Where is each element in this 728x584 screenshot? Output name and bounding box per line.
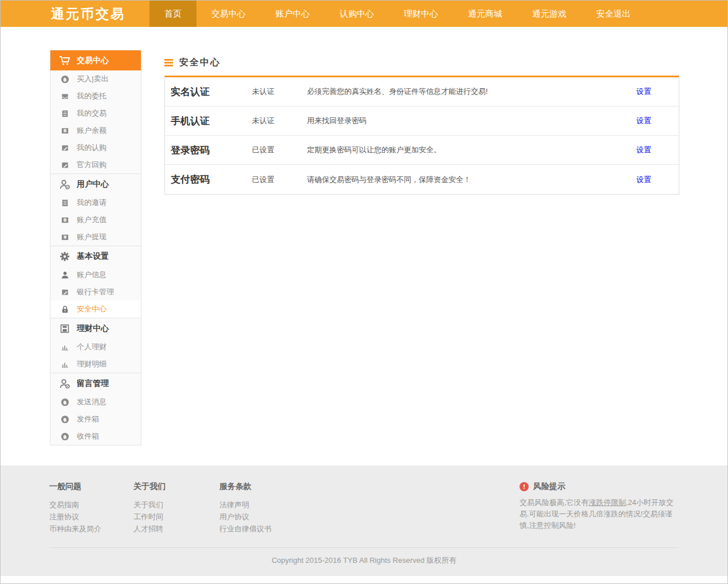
footer-column-title: 关于我们	[133, 482, 219, 492]
risk-text: 交易风险极高,它没有涨跌停限制,24小时开放交易.可能出现一天价格几倍涨跌的情况…	[520, 497, 679, 531]
svg-text:B: B	[63, 218, 66, 223]
footer-link-trade-guide[interactable]: 交易指南	[49, 499, 133, 511]
footer-link-jobs[interactable]: 人才招聘	[133, 523, 219, 535]
sidebar-item-official-buyback[interactable]: 官方回购	[50, 156, 141, 173]
sidebar-header-label: 用户中心	[77, 179, 109, 190]
security-settings-panel: 实名认证 未认证 必须完善您的真实姓名、身份证件等信息才能进行交易! 设置 手机…	[164, 76, 679, 195]
sidebar-item-label: 买入|卖出	[77, 74, 108, 84]
nav-item-trade-center[interactable]: 交易中心	[196, 1, 261, 27]
sidebar-item-label: 账户充值	[77, 215, 107, 225]
footer-link-register-agreement[interactable]: 注册协议	[49, 511, 133, 523]
risk-title: 风险提示	[533, 482, 565, 492]
svg-text:฿: ฿	[63, 399, 66, 405]
risk-term-link[interactable]: 涨跌停限制	[589, 498, 626, 507]
sidebar-item-personal-finance[interactable]: 个人理财	[50, 338, 141, 356]
row-name: 实名认证	[165, 85, 252, 98]
status-badge: 已设置	[252, 145, 307, 155]
nav-item-logout[interactable]: 安全退出	[581, 1, 646, 27]
settings-link[interactable]: 设置	[636, 145, 679, 155]
sidebar-section-finance: 理财中心 个人理财 理财明细	[50, 318, 141, 373]
sidebar-header-user-center[interactable]: 用户中心	[50, 174, 141, 194]
footer-link-user-agreement[interactable]: 用户协议	[219, 511, 271, 523]
sidebar-item-label: 账户提现	[77, 232, 107, 242]
sidebar-header-basic-settings[interactable]: 基本设置	[50, 246, 141, 266]
sidebar-header-message-management[interactable]: 留言管理	[50, 373, 141, 393]
sidebar-item-inbox[interactable]: ฿ 收件箱	[50, 428, 141, 445]
nav-item-account-center[interactable]: 账户中心	[261, 1, 325, 27]
table-row-login-password: 登录密码 已设置 定期更换密码可以让您的账户更加安全。 设置	[165, 136, 679, 165]
sidebar-item-outbox[interactable]: ฿ 发件箱	[50, 411, 141, 428]
sidebar-item-bank-cards[interactable]: 银行卡管理	[50, 283, 141, 301]
save-icon	[58, 323, 72, 334]
row-description: 请确保交易密码与登录密码不同，保障资金安全！	[307, 175, 636, 185]
sidebar-section-settings: 基本设置 账户信息 银行卡管理 安全中心	[50, 246, 141, 318]
sidebar-item-finance-details[interactable]: 理财明细	[50, 356, 141, 373]
footer-link-coin-intro[interactable]: 币种由来及简介	[49, 523, 133, 535]
sidebar-item-my-invites[interactable]: 我的邀请	[50, 194, 141, 211]
sidebar-item-label: 理财明细	[77, 359, 107, 369]
nav-item-subscribe-center[interactable]: 认购中心	[325, 1, 389, 27]
settings-link[interactable]: 设置	[636, 86, 679, 97]
sidebar-section-trade: 交易中心 ฿ 买入|卖出 我的委托 我的交易 B 账户余额	[50, 50, 141, 173]
risk-notice: ! 风险提示 交易风险极高,它没有涨跌停限制,24小时开放交易.可能出现一天价格…	[520, 482, 679, 535]
svg-text:฿: ฿	[63, 416, 66, 422]
svg-text:฿: ฿	[63, 433, 66, 439]
sidebar-item-label: 银行卡管理	[77, 287, 114, 297]
sidebar-item-deposit[interactable]: B 账户充值	[50, 211, 141, 228]
list-icon	[60, 199, 70, 207]
page-title: 安全中心	[179, 57, 221, 69]
footer: 一般问题 交易指南 注册协议 币种由来及简介 关于我们 关于我们 工作时间 人才…	[1, 465, 727, 576]
footer-column-terms: 服务条款 法律声明 用户协议 行业自律倡议书	[219, 482, 271, 535]
gear-icon	[58, 251, 72, 262]
sidebar-item-withdraw[interactable]: ¥ 账户提现	[50, 228, 141, 246]
sidebar-item-label: 我的委托	[77, 91, 107, 101]
nav-item-game[interactable]: 通元游戏	[517, 1, 581, 27]
footer-column-title: 一般问题	[49, 482, 133, 492]
coin-icon: ฿	[60, 415, 70, 424]
nav-item-mall[interactable]: 通元商城	[453, 1, 517, 27]
coin-icon: ฿	[60, 75, 70, 84]
edit-icon	[60, 144, 70, 152]
footer-link-legal-statement[interactable]: 法律声明	[219, 499, 271, 511]
sidebar-header-trade-center[interactable]: 交易中心	[50, 50, 141, 70]
nav-item-home[interactable]: 首页	[149, 1, 196, 27]
inbox-icon	[60, 92, 70, 101]
status-badge: 未认证	[252, 86, 307, 97]
footer-column-general: 一般问题 交易指南 注册协议 币种由来及简介	[49, 482, 133, 535]
sidebar-item-send-message[interactable]: ฿ 发送消息	[50, 393, 141, 411]
table-row-pay-password: 支付密码 已设置 请确保交易密码与登录密码不同，保障资金安全！ 设置	[165, 165, 679, 194]
site-logo: 通元币交易	[51, 1, 149, 27]
row-description: 定期更换密码可以让您的账户更加安全。	[307, 145, 636, 155]
risk-text-part: 交易风险极高,它没有	[520, 498, 589, 507]
copyright: Copyright 2015-2016 TYB All Rights Reser…	[1, 548, 727, 566]
sidebar-item-account-info[interactable]: 账户信息	[50, 266, 141, 283]
footer-link-work-hours[interactable]: 工作时间	[133, 511, 219, 523]
status-badge: 已设置	[252, 175, 307, 185]
sidebar-item-label: 账户余额	[77, 125, 107, 136]
settings-link[interactable]: 设置	[636, 175, 679, 185]
sidebar-item-label: 安全中心	[77, 304, 107, 314]
nav-item-finance-center[interactable]: 理财中心	[389, 1, 453, 27]
svg-text:฿: ฿	[63, 76, 66, 82]
sidebar-item-label: 发件箱	[77, 414, 99, 424]
sidebar-header-finance-center[interactable]: 理财中心	[50, 318, 141, 338]
sidebar-item-my-subscription[interactable]: 我的认购	[50, 139, 141, 156]
sidebar-header-label: 基本设置	[77, 251, 109, 262]
sidebar-item-balance[interactable]: B 账户余额	[50, 122, 141, 139]
footer-link-self-discipline[interactable]: 行业自律倡议书	[219, 523, 271, 535]
sidebar-item-label: 账户信息	[77, 270, 107, 280]
main-nav: 首页 交易中心 账户中心 认购中心 理财中心 通元商城 通元游戏 安全退出	[149, 1, 646, 27]
settings-link[interactable]: 设置	[636, 116, 679, 126]
sidebar-item-buy-sell[interactable]: ฿ 买入|卖出	[50, 70, 141, 88]
row-name: 手机认证	[165, 115, 252, 128]
sidebar-item-security-center[interactable]: 安全中心	[50, 301, 141, 318]
footer-column-about: 关于我们 关于我们 工作时间 人才招聘	[133, 482, 219, 535]
sidebar-header-label: 交易中心	[77, 56, 109, 66]
row-name: 登录密码	[165, 144, 252, 157]
sidebar-item-my-trades[interactable]: 我的交易	[50, 105, 141, 122]
svg-text:¥: ¥	[63, 235, 66, 240]
footer-link-about-us[interactable]: 关于我们	[133, 499, 219, 511]
lock-icon	[60, 305, 70, 314]
page-body: 交易中心 ฿ 买入|卖出 我的委托 我的交易 B 账户余额	[1, 27, 727, 465]
sidebar-item-my-orders[interactable]: 我的委托	[50, 88, 141, 105]
